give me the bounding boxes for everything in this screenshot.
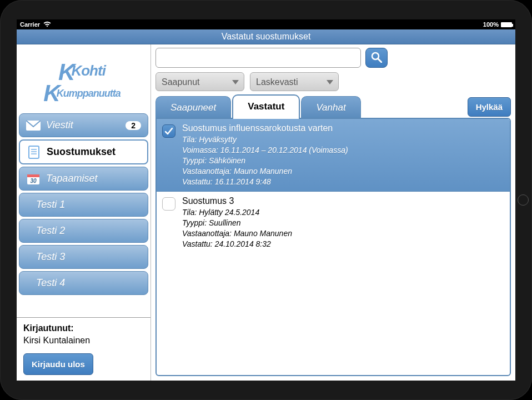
messages-badge: 2 bbox=[126, 121, 141, 130]
list-item[interactable]: Suostumus 3 Tila: Hylätty 24.5.2014 Tyyp… bbox=[157, 192, 510, 254]
row-receiver: Vastaanottaja: Mauno Manunen bbox=[182, 228, 292, 239]
battery-icon bbox=[501, 22, 512, 27]
row-type: Tyyppi: Sähköinen bbox=[182, 156, 348, 166]
row-answered: Vastattu: 24.10.2014 8:32 bbox=[182, 239, 292, 249]
consent-list: Suostumus influenssarokotusta varten Til… bbox=[155, 118, 511, 376]
filter-row: Saapunut Laskevasti bbox=[155, 72, 511, 91]
search-input[interactable] bbox=[155, 48, 361, 68]
sidebar-item-testi-4[interactable]: Testi 4 bbox=[19, 271, 148, 295]
nav-list: Viestit 2 Suostumukset 30 Tapaamiset bbox=[17, 112, 150, 296]
sidebar-item-messages[interactable]: Viestit 2 bbox=[19, 113, 148, 137]
tab-vanhat[interactable]: Vanhat bbox=[301, 96, 360, 119]
row-status: Tila: Hylätty 24.5.2014 bbox=[182, 207, 292, 218]
sidebar: KKohti KKumppanuutta Viestit 2 bbox=[17, 44, 151, 381]
sidebar-item-label: Tapaamiset bbox=[46, 173, 97, 184]
sidebar-item-appointments[interactable]: 30 Tapaamiset bbox=[19, 167, 148, 191]
tabs: Saapuneet Vastatut Vanhat Hylkää bbox=[155, 94, 511, 119]
logged-in-user: Kirsi Kuntalainen bbox=[23, 336, 144, 346]
row-status: Tila: Hyväksytty bbox=[182, 134, 348, 145]
list-item[interactable]: Suostumus influenssarokotusta varten Til… bbox=[157, 119, 510, 192]
svg-line-9 bbox=[378, 59, 382, 62]
document-icon bbox=[27, 147, 41, 158]
search-icon bbox=[371, 52, 382, 64]
sidebar-item-label: Viestit bbox=[46, 119, 73, 131]
row-type: Tyyppi: Suullinen bbox=[182, 218, 292, 228]
svg-text:30: 30 bbox=[30, 178, 37, 184]
sidebar-item-label: Testi 2 bbox=[36, 225, 65, 237]
search-bar bbox=[155, 48, 511, 68]
sort-field-select[interactable]: Saapunut bbox=[155, 72, 244, 91]
screen: Carrier 100% Vastatut suostumukset KKoht… bbox=[17, 19, 515, 381]
sidebar-footer: Kirjautunut: Kirsi Kuntalainen Kirjaudu … bbox=[17, 317, 150, 381]
logout-button[interactable]: Kirjaudu ulos bbox=[23, 353, 93, 375]
sidebar-item-label: Testi 3 bbox=[36, 251, 65, 263]
logo-line2: Kumppanuutta bbox=[57, 88, 121, 99]
tablet-frame: Carrier 100% Vastatut suostumukset KKoht… bbox=[0, 0, 532, 400]
wifi-icon bbox=[43, 21, 51, 28]
row-title: Suostumus influenssarokotusta varten bbox=[182, 123, 348, 133]
sidebar-item-label: Testi 4 bbox=[36, 277, 65, 289]
logged-in-label: Kirjautunut: bbox=[23, 323, 144, 333]
row-answered: Vastattu: 16.11.2014 9:48 bbox=[182, 177, 348, 187]
navbar-title: Vastatut suostumukset bbox=[17, 29, 515, 44]
search-button[interactable] bbox=[365, 48, 388, 68]
status-bar: Carrier 100% bbox=[17, 19, 515, 29]
sort-direction-select[interactable]: Laskevasti bbox=[250, 72, 339, 91]
app-logo: KKohti KKumppanuutta bbox=[17, 44, 150, 112]
reject-button[interactable]: Hylkää bbox=[468, 97, 511, 117]
row-checkbox[interactable] bbox=[162, 124, 175, 138]
tab-vastatut[interactable]: Vastatut bbox=[232, 94, 300, 119]
sidebar-item-label: Suostumukset bbox=[47, 146, 116, 158]
main-content: Saapunut Laskevasti Saapuneet Vastatut V… bbox=[151, 44, 515, 381]
svg-rect-1 bbox=[29, 146, 39, 158]
sidebar-item-label: Testi 1 bbox=[36, 199, 65, 211]
mail-icon bbox=[26, 120, 41, 131]
svg-rect-6 bbox=[27, 174, 39, 177]
carrier-label: Carrier bbox=[20, 21, 40, 28]
sidebar-item-testi-1[interactable]: Testi 1 bbox=[19, 193, 148, 217]
sidebar-item-consents[interactable]: Suostumukset bbox=[19, 139, 148, 164]
row-valid: Voimassa: 16.11.2014 – 20.12.2014 (Voima… bbox=[182, 145, 348, 156]
sidebar-item-testi-3[interactable]: Testi 3 bbox=[19, 245, 148, 269]
battery-percent: 100% bbox=[483, 21, 499, 28]
sidebar-item-testi-2[interactable]: Testi 2 bbox=[19, 219, 148, 243]
row-checkbox[interactable] bbox=[162, 197, 175, 211]
row-title: Suostumus 3 bbox=[182, 196, 292, 206]
home-button[interactable] bbox=[518, 194, 529, 206]
tab-saapuneet[interactable]: Saapuneet bbox=[155, 96, 231, 119]
row-receiver: Vastaanottaja: Mauno Manunen bbox=[182, 166, 348, 177]
calendar-icon: 30 bbox=[26, 173, 41, 184]
